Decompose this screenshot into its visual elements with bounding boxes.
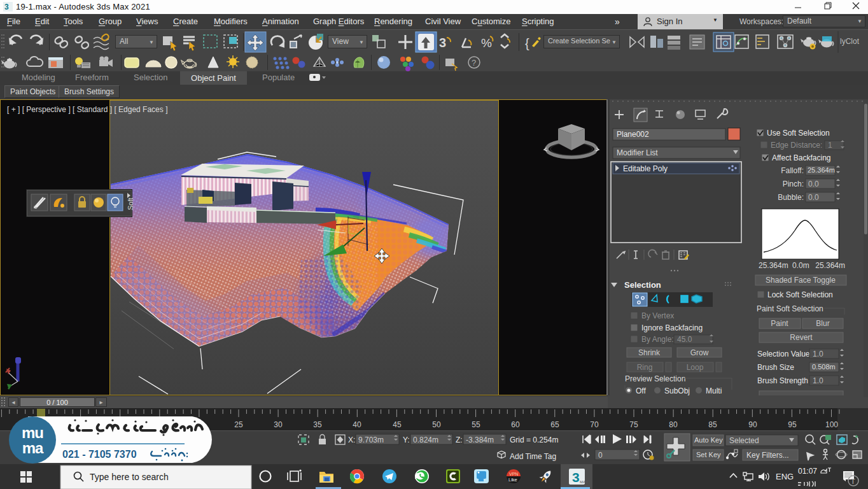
svg-text:45.0: 45.0 <box>677 335 692 344</box>
svg-text:30: 30 <box>274 420 283 429</box>
svg-text:ENG: ENG <box>776 472 794 481</box>
svg-text:Use Soft Selection: Use Soft Selection <box>767 129 830 138</box>
svg-text:Ignore Backfacing: Ignore Backfacing <box>641 323 703 332</box>
svg-text:50: 50 <box>432 420 441 429</box>
svg-text:-3.384m: -3.384m <box>466 436 494 444</box>
svg-text:0.0m: 0.0m <box>792 261 809 270</box>
svg-text:0.824m: 0.824m <box>413 436 438 444</box>
svg-text:By Vertex: By Vertex <box>641 311 674 320</box>
svg-text:25.364m: 25.364m <box>808 166 835 174</box>
svg-text:SubObj: SubObj <box>664 386 690 395</box>
svg-text:Type here to search: Type here to search <box>90 472 169 482</box>
svg-text:Affect Backfacing: Affect Backfacing <box>772 153 831 162</box>
svg-text:Blur: Blur <box>816 319 829 328</box>
svg-text:Loop: Loop <box>687 363 704 372</box>
svg-text:75: 75 <box>629 420 638 429</box>
svg-text:Revert: Revert <box>790 333 813 342</box>
svg-text:%: % <box>481 36 492 50</box>
svg-text:65: 65 <box>550 420 559 429</box>
svg-text:9.703m: 9.703m <box>358 436 384 444</box>
svg-text:Pinch:: Pinch: <box>783 180 804 188</box>
svg-text:Off: Off <box>636 386 646 395</box>
svg-text:55: 55 <box>472 420 480 429</box>
svg-text:Soft: Soft <box>127 197 133 210</box>
svg-text:Selection: Selection <box>624 280 661 290</box>
svg-text:MAX: MAX <box>580 480 588 484</box>
svg-text:25.364m: 25.364m <box>815 261 845 270</box>
svg-text:3: 3 <box>439 36 446 50</box>
svg-text:Set Key: Set Key <box>696 451 721 458</box>
svg-text:By Angle:: By Angle: <box>641 335 674 344</box>
svg-text:35: 35 <box>313 420 322 429</box>
svg-text:0: 0 <box>598 451 603 460</box>
svg-text:90: 90 <box>748 420 757 429</box>
svg-text:Paint Soft Selection: Paint Soft Selection <box>757 304 823 313</box>
svg-text:Add Time Tag: Add Time Tag <box>510 452 556 461</box>
svg-text:Grid = 0.254m: Grid = 0.254m <box>510 436 558 444</box>
svg-text:Selection Value: Selection Value <box>757 350 810 358</box>
svg-text:25: 25 <box>234 420 243 429</box>
svg-text:Auto Key: Auto Key <box>694 436 723 444</box>
svg-text:100: 100 <box>825 420 838 429</box>
svg-text:Shrink: Shrink <box>638 348 661 357</box>
svg-text:Like: Like <box>508 477 517 483</box>
svg-text:Lock Soft Selection: Lock Soft Selection <box>767 290 833 299</box>
svg-text:T: T <box>851 478 855 485</box>
svg-text:Selected: Selected <box>729 436 759 445</box>
svg-text:021 - 7105 7370: 021 - 7105 7370 <box>62 449 137 460</box>
svg-text:1.0: 1.0 <box>813 350 823 358</box>
svg-text:?: ? <box>472 58 476 67</box>
svg-text:{: { <box>525 36 529 50</box>
svg-text:60: 60 <box>511 420 520 429</box>
svg-text:01:07: 01:07 <box>798 467 817 476</box>
svg-text:Y:: Y: <box>403 436 410 444</box>
svg-text:80: 80 <box>669 420 678 429</box>
svg-text:ma: ma <box>22 439 44 457</box>
svg-text:Modifier List: Modifier List <box>617 148 658 157</box>
svg-text:0.0: 0.0 <box>808 180 819 188</box>
svg-text:45: 45 <box>393 420 402 429</box>
svg-text:Brush Size: Brush Size <box>757 363 794 372</box>
svg-text:1.0: 1.0 <box>813 376 823 385</box>
svg-text:Plane002: Plane002 <box>617 130 649 139</box>
svg-text:VPN: VPN <box>509 472 518 476</box>
svg-text:85: 85 <box>708 420 717 429</box>
svg-text:Preview Selection: Preview Selection <box>625 374 685 383</box>
svg-text:95: 95 <box>788 420 797 429</box>
svg-text:25.364m: 25.364m <box>759 261 788 270</box>
svg-text:Bubble:: Bubble: <box>778 193 804 202</box>
svg-text:3: 3 <box>4 3 9 11</box>
svg-text:mu: mu <box>22 424 43 441</box>
svg-text:Multi: Multi <box>706 386 722 395</box>
svg-text:Falloff:: Falloff: <box>781 166 804 175</box>
svg-text:Edge Distance:: Edge Distance: <box>771 141 822 150</box>
svg-text:3: 3 <box>572 470 580 485</box>
svg-text:Paint: Paint <box>771 319 788 328</box>
svg-text:70: 70 <box>590 420 599 429</box>
svg-text:Z:: Z: <box>456 436 463 444</box>
svg-text:Brush Strength: Brush Strength <box>757 376 808 385</box>
svg-text:0.0: 0.0 <box>808 193 819 202</box>
svg-text:Key Filters...: Key Filters... <box>746 451 789 460</box>
svg-text:X:: X: <box>348 436 355 444</box>
svg-text:Grow: Grow <box>690 348 709 357</box>
svg-text:40: 40 <box>353 420 361 429</box>
svg-text:Shaded Face Toggle: Shaded Face Toggle <box>766 276 836 285</box>
svg-text:Ring: Ring <box>637 363 653 372</box>
svg-text:0.508m: 0.508m <box>812 363 836 371</box>
svg-text:Editable Poly: Editable Poly <box>623 164 668 173</box>
svg-text:1: 1 <box>828 141 832 150</box>
